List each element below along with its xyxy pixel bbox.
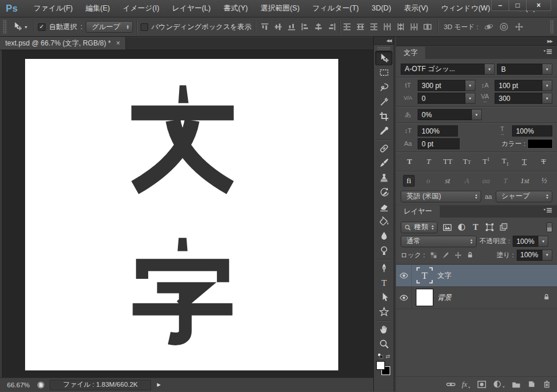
- layer-visibility-toggle[interactable]: [396, 287, 412, 309]
- tsume-field[interactable]: 0%: [418, 109, 472, 120]
- menu-item-2[interactable]: イメージ(I): [116, 0, 166, 17]
- current-tool-chip[interactable]: ▼: [10, 22, 30, 33]
- align-left-edges-button[interactable]: [299, 21, 311, 33]
- menu-item-9[interactable]: ウィンドウ(W): [435, 0, 496, 17]
- menu-item-0[interactable]: ファイル(F): [27, 0, 79, 17]
- layer-row-文字[interactable]: T文字: [396, 265, 557, 287]
- menu-item-7[interactable]: 3D(D): [365, 0, 397, 17]
- swash-button[interactable]: A: [461, 176, 472, 186]
- antialias-select[interactable]: シャープ ▲▼: [496, 191, 553, 202]
- brush-tool[interactable]: [375, 156, 393, 170]
- close-button[interactable]: ×: [526, 0, 551, 11]
- distribute-vertical-centers-button[interactable]: [355, 21, 367, 33]
- dodge-tool[interactable]: [375, 243, 393, 258]
- filter-type-layers-button[interactable]: T: [470, 222, 481, 233]
- faux-italic-button[interactable]: T: [422, 157, 435, 166]
- add-layer-style-button[interactable]: fx▼: [462, 380, 471, 389]
- blend-mode-select[interactable]: 通常 ▲▼: [401, 236, 477, 247]
- blur-tool[interactable]: [375, 229, 393, 243]
- filter-toggle-switch[interactable]: [547, 222, 552, 232]
- custom-shape-tool[interactable]: [375, 304, 393, 319]
- new-layer-button[interactable]: [527, 380, 536, 388]
- options-bar-grip[interactable]: [3, 20, 7, 34]
- history-brush-tool[interactable]: [375, 185, 393, 200]
- fill-field[interactable]: 100%: [517, 250, 542, 261]
- opacity-dropdown[interactable]: ▼: [538, 236, 548, 247]
- tracking-dropdown[interactable]: ▼: [542, 93, 552, 104]
- maximize-button[interactable]: □: [509, 0, 527, 11]
- auto-align-layers-button[interactable]: [422, 21, 434, 33]
- menu-item-3[interactable]: レイヤー(L): [166, 0, 217, 17]
- discretionary-ligatures-button[interactable]: st: [442, 176, 453, 186]
- auto-select-target-select[interactable]: グループ ▲▼: [86, 21, 132, 33]
- zoom-tool[interactable]: [375, 337, 393, 351]
- font-style-dropdown[interactable]: ▼: [542, 64, 552, 75]
- menu-item-1[interactable]: 編集(E): [79, 0, 117, 17]
- filter-smart-objects-button[interactable]: [498, 222, 509, 233]
- spot-healing-brush-tool[interactable]: [375, 141, 393, 156]
- faux-bold-button[interactable]: T: [403, 157, 416, 166]
- link-layers-button[interactable]: [446, 380, 456, 389]
- strikethrough-button[interactable]: T: [537, 157, 550, 166]
- dock-collapse-button[interactable]: ▶▶: [396, 37, 557, 46]
- font-family-select[interactable]: A-OTF ゴシッ... ▼: [401, 64, 495, 75]
- 3d-rotate-tool-icon[interactable]: [483, 21, 495, 33]
- lock-all-button[interactable]: [465, 250, 476, 260]
- stylistic-alternates-button[interactable]: aa: [481, 176, 492, 186]
- font-size-dropdown[interactable]: ▼: [465, 80, 475, 91]
- menu-item-4[interactable]: 書式(Y): [217, 0, 254, 17]
- canvas[interactable]: [25, 59, 338, 370]
- delete-layer-button[interactable]: [542, 380, 551, 388]
- filter-pixel-layers-button[interactable]: [442, 222, 453, 233]
- leading-field[interactable]: 100 pt: [495, 80, 542, 91]
- language-select[interactable]: 英語 (米国) ▲▼: [401, 191, 481, 202]
- dock-grip[interactable]: [550, 20, 554, 34]
- tsume-dropdown[interactable]: ▼: [472, 109, 482, 120]
- filter-shape-layers-button[interactable]: [484, 222, 495, 233]
- underline-button[interactable]: T: [518, 157, 531, 166]
- align-right-edges-button[interactable]: [326, 21, 338, 33]
- kerning-field[interactable]: 0: [418, 93, 465, 104]
- panel-menu-icon[interactable]: [542, 207, 557, 218]
- document-tab[interactable]: text.psd @ 66.7% (文字, RGB/8) * ×: [0, 37, 126, 50]
- lock-image-pixels-button[interactable]: [440, 250, 451, 260]
- lock-position-button[interactable]: [453, 250, 464, 260]
- distribute-right-edges-button[interactable]: [408, 21, 421, 33]
- tab-character[interactable]: 文字: [396, 47, 425, 59]
- minimize-button[interactable]: –: [491, 0, 509, 11]
- distribute-bottom-edges-button[interactable]: [368, 21, 380, 33]
- tab-layers[interactable]: レイヤー: [396, 205, 440, 218]
- auto-select-checkbox[interactable]: ✓: [38, 23, 45, 31]
- rectangular-marquee-tool[interactable]: [375, 65, 393, 80]
- leading-dropdown[interactable]: ▼: [542, 80, 552, 91]
- zoom-level-field[interactable]: 66.67%: [1, 382, 36, 388]
- distribute-top-edges-button[interactable]: [341, 21, 353, 33]
- magic-wand-tool[interactable]: [375, 94, 393, 109]
- filter-kind-select[interactable]: 種類 ▲▼: [401, 222, 437, 233]
- contextual-alternates-button[interactable]: o: [422, 176, 434, 186]
- eyedropper-tool[interactable]: [375, 124, 393, 138]
- tracking-field[interactable]: 300: [495, 93, 542, 104]
- text-color-swatch[interactable]: [528, 139, 552, 148]
- menu-item-5[interactable]: 選択範囲(S): [254, 0, 306, 17]
- status-expand-button[interactable]: ▶: [153, 380, 164, 390]
- fill-dropdown[interactable]: ▼: [542, 250, 552, 261]
- move-tool[interactable]: [375, 51, 393, 65]
- default-colors-icon[interactable]: [377, 352, 383, 360]
- subscript-button[interactable]: T1: [499, 156, 512, 167]
- type-tool[interactable]: T: [375, 275, 393, 290]
- tab-close-icon[interactable]: ×: [116, 40, 120, 47]
- add-layer-mask-button[interactable]: [477, 380, 486, 389]
- lock-transparent-pixels-button[interactable]: [428, 250, 439, 260]
- lasso-tool[interactable]: [375, 80, 393, 94]
- 3d-drag-tool-icon[interactable]: [513, 21, 525, 33]
- distribute-horizontal-centers-button[interactable]: [395, 21, 407, 33]
- font-size-field[interactable]: 300 pt: [418, 80, 465, 91]
- tools-collapse-button[interactable]: ◀◀: [374, 37, 394, 45]
- paint-bucket-tool[interactable]: [375, 214, 393, 229]
- font-style-select[interactable]: B ▼: [497, 64, 552, 75]
- align-horizontal-centers-button[interactable]: [313, 21, 325, 33]
- align-vertical-centers-button[interactable]: [272, 21, 285, 33]
- eraser-tool[interactable]: [375, 200, 393, 214]
- standard-ligatures-button[interactable]: fi: [403, 175, 415, 187]
